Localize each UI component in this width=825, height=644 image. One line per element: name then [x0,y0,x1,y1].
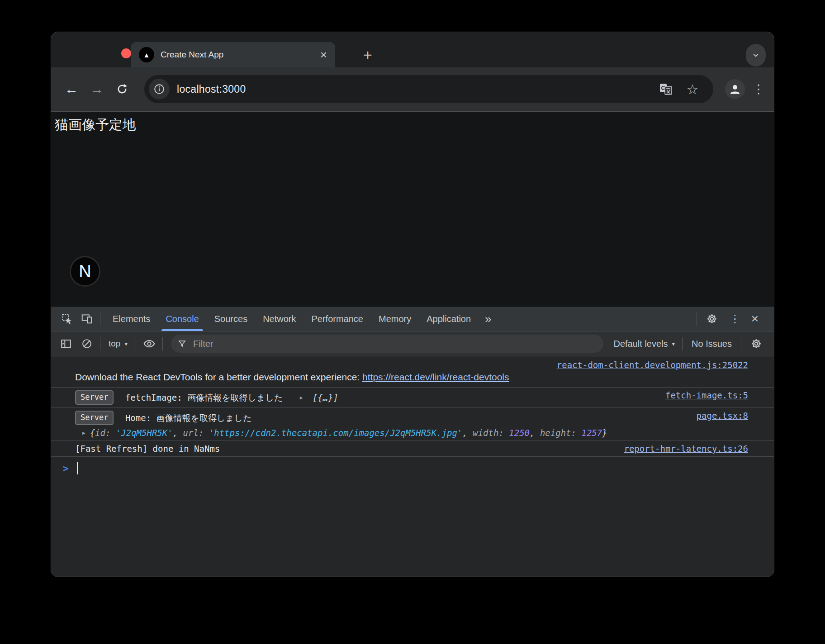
issues-counter[interactable]: No Issues [687,339,736,349]
site-info-button[interactable] [149,79,170,99]
sidebar-panel-icon [60,338,72,350]
tab-memory[interactable]: Memory [371,307,419,331]
source-link[interactable]: fetch-image.ts:5 [665,390,748,400]
log-levels-dropdown[interactable]: Default levels ▾ [611,339,678,349]
console-message-fast-refresh: [Fast Refresh] done in NaNms report-hmr-… [51,441,774,457]
tab-application[interactable]: Application [419,307,479,331]
console-filter[interactable] [171,335,604,353]
expand-triangle-icon[interactable]: ▶ [300,395,303,401]
expand-triangle-icon[interactable]: ▶ [82,430,85,436]
tab-sources[interactable]: Sources [207,307,255,331]
message-text: Download the React DevTools for a better… [75,372,748,384]
devtools-panel: Elements Console Sources Network Perform… [51,306,774,577]
info-icon [153,83,165,95]
live-expression-button[interactable] [141,335,158,352]
source-link[interactable]: page.tsx:8 [697,411,748,421]
console-message-home: Server Home: 画像情報を取得しました ▶{id: 'J2qM5HR5… [51,408,774,441]
divider [682,337,683,350]
eye-icon [143,337,156,350]
divider [697,312,697,326]
filter-input[interactable] [192,338,597,350]
comma: , [462,428,473,438]
object-string-value: 'J2qM5HR5K' [116,428,173,438]
object-number-value: 1257 [581,428,602,438]
clear-icon [81,338,93,350]
title-bar[interactable]: ▲ Create Next App × + [51,32,774,67]
prompt-chevron-icon: > [63,463,69,474]
nextjs-favicon-icon: ▲ [139,47,154,62]
inspect-element-button[interactable] [58,310,76,327]
server-badge: Server [75,390,114,405]
context-label: top [109,339,120,349]
tab-close-icon[interactable]: × [320,49,327,61]
back-button[interactable]: ← [61,79,82,99]
message-text-part: Download the React DevTools for a better… [75,372,362,382]
console-messages: react-dom-client.development.js:25022 Do… [51,356,774,577]
browser-tab[interactable]: ▲ Create Next App × [131,42,335,67]
divider [162,337,163,350]
comma: , [173,428,183,438]
translate-icon: G [659,82,673,96]
array-preview[interactable]: [{…}] [313,393,338,402]
brace: { [90,428,95,438]
javascript-context-dropdown[interactable]: top ▾ [105,339,131,349]
url-text[interactable]: localhost:3000 [177,83,650,95]
message-text: Home: 画像情報を取得しました [125,413,252,423]
object-key: url: [183,428,209,438]
url-bar[interactable]: localhost:3000 G ☆ [144,75,713,103]
translate-button[interactable]: G [656,79,676,99]
gear-icon [750,338,762,350]
close-window-button[interactable] [121,48,131,58]
console-message-react-devtools: react-dom-client.development.js:25022 Do… [51,356,774,388]
message-text: [Fast Refresh] done in NaNms [75,444,220,454]
reload-icon [116,83,128,95]
browser-menu-button[interactable]: ⋮ [749,79,768,99]
object-key: width: [473,428,509,438]
gear-icon [706,313,718,325]
comma: , [530,428,540,438]
filter-funnel-icon [177,339,187,349]
object-string-value: 'https://cdn2.thecatapi.com/images/J2qM5… [209,428,463,438]
console-toolbar: top ▾ Default levels ▾ [51,331,774,356]
tab-network[interactable]: Network [255,307,303,331]
tab-console[interactable]: Console [158,307,206,331]
navigation-toolbar: ← → localhost:3000 G [51,67,774,112]
reload-button[interactable] [112,79,133,99]
cat-image-placeholder-text: 猫画像予定地 [55,116,136,134]
object-preview: ▶{id: 'J2qM5HR5K', url: 'https://cdn2.th… [75,428,688,438]
devtools-settings-button[interactable] [702,313,722,325]
tab-elements[interactable]: Elements [105,307,158,331]
page-viewport: 猫画像予定地 N [51,112,774,306]
tab-title: Create Next App [161,50,223,60]
devtools-close-button[interactable]: × [748,312,762,326]
forward-button[interactable]: → [86,79,107,99]
console-prompt[interactable]: > [51,457,774,480]
react-devtools-link[interactable]: https://react.dev/link/react-devtools [362,372,509,382]
console-settings-button[interactable] [746,338,767,350]
person-icon [729,83,741,95]
text-cursor [77,462,78,474]
device-toolbar-icon [81,313,93,325]
source-link[interactable]: react-dom-client.development.js:25022 [557,360,748,370]
tab-search-button[interactable] [746,44,766,66]
clear-console-button[interactable] [78,335,95,352]
message-text: fetchImage: 画像情報を取得しました [125,393,283,402]
inspect-icon [61,313,73,325]
device-toolbar-button[interactable] [78,310,95,327]
nextjs-dev-indicator[interactable]: N [70,256,100,287]
nextjs-logo-letter: N [79,262,91,281]
chevron-down-icon: ▾ [672,341,675,347]
log-levels-label: Default levels [613,339,668,349]
console-sidebar-toggle-button[interactable] [57,335,75,352]
more-tabs-button[interactable]: » [479,312,498,326]
browser-window: ▲ Create Next App × + ← → [51,32,774,577]
profile-avatar[interactable] [725,79,745,99]
bookmark-star-button[interactable]: ☆ [683,79,702,99]
devtools-menu-button[interactable]: ⋮ [722,313,748,325]
divider [100,312,100,326]
tab-performance[interactable]: Performance [304,307,371,331]
new-tab-button[interactable]: + [355,42,380,67]
chevron-down-icon [751,51,760,60]
object-key: id: [95,428,116,438]
source-link[interactable]: report-hmr-latency.ts:26 [624,444,748,454]
